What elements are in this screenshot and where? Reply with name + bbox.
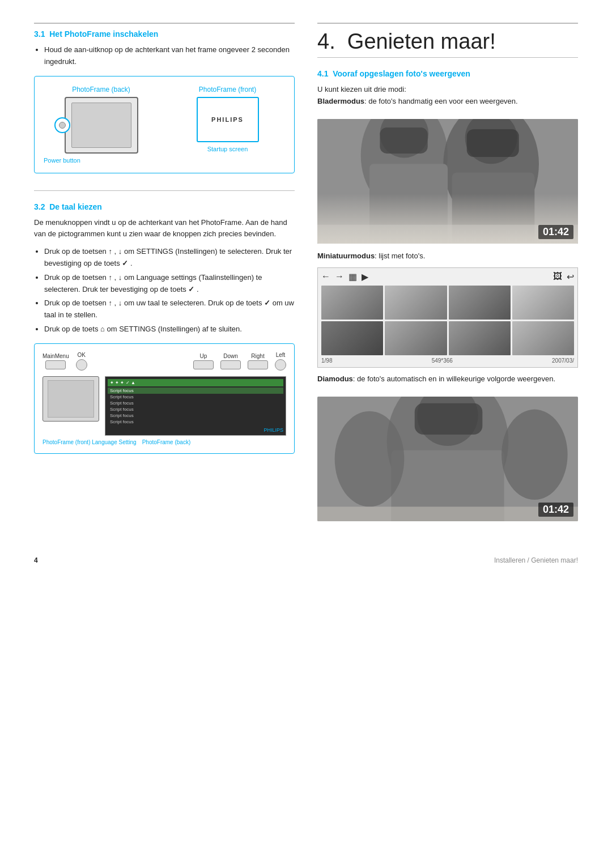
timestamp-2: 01:42 xyxy=(538,503,573,517)
section-32-number: 3.2 xyxy=(34,202,45,211)
svg-rect-7 xyxy=(380,127,427,154)
section-32: 3.2 De taal kiezen De menuknoppen vindt … xyxy=(34,190,295,454)
thumb-btn-grid: ▦ xyxy=(348,271,357,282)
svg-rect-8 xyxy=(467,129,519,157)
section-32-bullets: Druk op de toetsen ↑ , ↓ om SETTINGS (In… xyxy=(34,246,295,335)
page-number: 4 xyxy=(34,556,38,564)
mode3-desc-text: Diamodus: de foto's automatisch en in wi… xyxy=(317,373,578,385)
section-31: 3.1 Het PhotoFrame inschakelen Houd de a… xyxy=(34,29,295,173)
key-btn-right xyxy=(248,360,268,369)
thumb-size: 549*366 xyxy=(432,358,453,364)
svg-point-16 xyxy=(502,410,568,500)
key-label-ok: OK xyxy=(77,352,85,358)
section-31-title: 3.1 Het PhotoFrame inschakelen xyxy=(34,29,295,39)
bullet-select-lang: Druk op de toetsen ↑ , ↓ om uw taal te s… xyxy=(44,297,295,321)
power-button-inner xyxy=(59,122,66,129)
menu-item-6: Script focus xyxy=(108,419,283,425)
key-group-down: Down xyxy=(220,353,241,369)
chapter-number: 4. xyxy=(317,29,335,53)
menu-item-4: Script focus xyxy=(108,406,283,412)
menu-screen-items: Script focus Script focus Script focus S… xyxy=(108,388,283,425)
section-41-number: 4.1 xyxy=(317,69,328,78)
frame-back-illustration xyxy=(65,97,138,154)
chapter-heading: 4. Genieten maar! xyxy=(317,29,578,54)
diagram-left-31: PhotoFrame (back) Power button xyxy=(44,86,159,164)
divider-32 xyxy=(34,190,295,191)
thumb-footer: 1/98 549*366 2007/03/ xyxy=(321,358,574,364)
section-41-intro: U kunt kiezen uit drie modi: Bladermodus… xyxy=(317,84,578,108)
menu-screen-top: ✦ ✦ ✦ ✓ ▲ xyxy=(108,379,283,386)
right-column: 4. Genieten maar! 4.1 Vooraf opgeslagen … xyxy=(317,23,578,528)
key-btn-ok xyxy=(76,359,87,371)
thumb-btn-left: ← xyxy=(321,271,330,282)
section-31-number: 3.1 xyxy=(34,29,45,39)
menu-screen: ✦ ✦ ✦ ✓ ▲ Script focus Script focus Scri… xyxy=(105,376,286,436)
diagram-right-31: PhotoFrame (front) PHILIPS Startup scree… xyxy=(170,86,285,153)
thumb-count: 1/98 xyxy=(321,358,332,364)
key-group-right: Right xyxy=(248,353,268,369)
menu-item-2: Script focus xyxy=(108,394,283,400)
svg-rect-3 xyxy=(369,164,448,244)
bladermodus-photo: 01:42 xyxy=(317,119,578,244)
diagram-box-31: PhotoFrame (back) Power button xyxy=(34,76,295,173)
section-32-title: 3.2 De taal kiezen xyxy=(34,202,295,211)
thumb-btn-play: ▶ xyxy=(362,271,368,282)
frame-small-inner xyxy=(48,380,94,418)
startup-screen-label: Startup screen xyxy=(207,146,248,152)
thumbnail-grid-box: ← → ▦ ▶ 🖼 ↩ xyxy=(317,267,578,368)
key-label-left: Left xyxy=(276,352,286,358)
thumb-7 xyxy=(449,321,511,355)
keys-bottom-row: ✦ ✦ ✦ ✓ ▲ Script focus Script focus Scri… xyxy=(42,376,286,436)
key-btn-left xyxy=(275,359,286,371)
photo-bw-1: 01:42 xyxy=(317,119,578,244)
thumbnail-grid xyxy=(321,286,574,355)
bullet-item: Houd de aan-uitknop op de achterkant van… xyxy=(44,44,295,68)
frame-small-illustration xyxy=(42,376,99,422)
key-group-left: Left xyxy=(275,352,286,371)
thumb-5 xyxy=(321,321,383,355)
keys-diagram-box: MainMenu OK Up Down xyxy=(34,343,295,454)
thumb-date: 2007/03/ xyxy=(552,358,574,364)
page-footer: 4 Installeren / Genieten maar! xyxy=(34,551,578,564)
key-label-right: Right xyxy=(251,353,264,359)
thumb-toolbar-left: ← → ▦ ▶ xyxy=(321,271,368,282)
diagram-inner-31: PhotoFrame (back) Power button xyxy=(44,86,285,164)
mode3-label: Diamodus xyxy=(317,375,353,383)
mode1-label: Bladermodus xyxy=(317,97,364,105)
chapter-title: Genieten maar! xyxy=(347,29,496,53)
label-front: PhotoFrame (front) xyxy=(199,86,256,93)
key-group-up: Up xyxy=(193,353,214,369)
keys-bottom-labels: PhotoFrame (front) Language Setting Phot… xyxy=(42,439,286,445)
diamodus-photo: 01:42 xyxy=(317,397,578,521)
menu-item-5: Script focus xyxy=(108,412,283,419)
section-41: 4.1 Vooraf opgeslagen foto's weergeven U… xyxy=(317,69,578,528)
power-button-circle xyxy=(54,117,70,133)
key-btn-down xyxy=(220,360,241,369)
thumb-4 xyxy=(512,286,574,320)
bottom-labels-back: Power button xyxy=(44,157,159,164)
label-back: PhotoFrame (back) xyxy=(44,86,159,93)
mode2-desc-text: Miniatuurmodus: lijst met foto's. xyxy=(317,250,578,262)
mode2-label: Miniatuurmodus xyxy=(317,252,375,260)
philips-logo-small: PHILIPS xyxy=(264,427,283,433)
thumb-6 xyxy=(385,321,447,355)
svg-rect-14 xyxy=(415,403,483,435)
label-front-lang: PhotoFrame (front) Language Setting xyxy=(42,439,137,445)
chapter-divider xyxy=(317,57,578,58)
key-label-down: Down xyxy=(223,353,238,359)
thumb-1 xyxy=(321,286,383,320)
label-back-32: PhotoFrame (back) xyxy=(142,439,191,445)
key-group-mainmenu: MainMenu xyxy=(42,353,69,369)
frame-back-inner xyxy=(71,103,131,148)
thumb-toolbar: ← → ▦ ▶ 🖼 ↩ xyxy=(321,271,574,282)
thumb-3 xyxy=(449,286,511,320)
section-31-bullets: Houd de aan-uitknop op de achterkant van… xyxy=(34,44,295,68)
svg-point-15 xyxy=(335,411,405,507)
thumb-8 xyxy=(512,321,574,355)
bullet-settings: Druk op de toetsen ↑ , ↓ om SETTINGS (In… xyxy=(44,246,295,270)
thumb-btn-back: ↩ xyxy=(567,271,574,282)
bullet-home: Druk op de toets ⌂ om SETTINGS (Instelli… xyxy=(44,324,295,335)
thumb-2 xyxy=(385,286,447,320)
menu-item-3: Script focus xyxy=(108,400,283,406)
bullet-language: Druk op de toetsen ↑ , ↓ om Language set… xyxy=(44,272,295,296)
